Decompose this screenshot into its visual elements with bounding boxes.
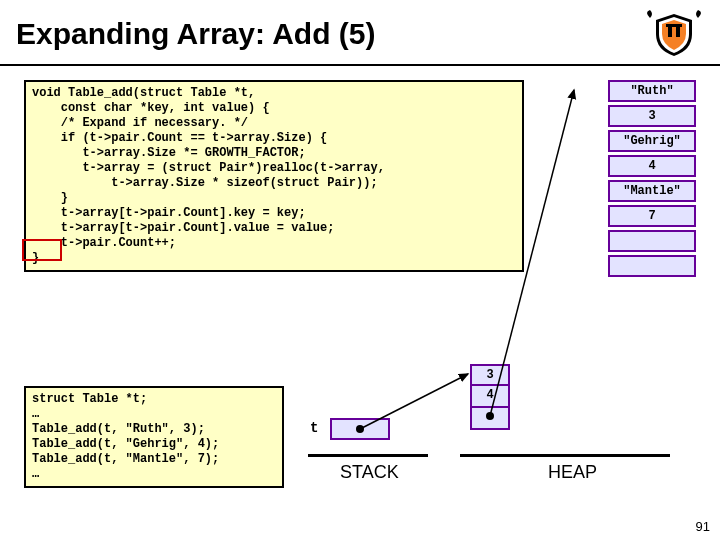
dot-icon bbox=[486, 412, 494, 420]
array-cell: 4 bbox=[608, 155, 696, 177]
heap-label: HEAP bbox=[548, 462, 597, 483]
array-cell: "Gehrig" bbox=[608, 130, 696, 152]
array-cell: "Mantle" bbox=[608, 180, 696, 202]
svg-rect-0 bbox=[668, 27, 672, 37]
struct-cell: 3 bbox=[470, 364, 510, 386]
title-bar: Expanding Array: Add (5) bbox=[0, 0, 720, 66]
svg-rect-2 bbox=[666, 24, 682, 27]
array-cell: "Ruth" bbox=[608, 80, 696, 102]
code-block-main: void Table_add(struct Table *t, const ch… bbox=[24, 80, 524, 272]
slide-title: Expanding Array: Add (5) bbox=[16, 17, 375, 51]
divider bbox=[308, 454, 428, 457]
slide: Expanding Array: Add (5) void Table_add(… bbox=[0, 0, 720, 540]
code-block-calls: struct Table *t; … Table_add(t, "Ruth", … bbox=[24, 386, 284, 488]
array-cell bbox=[608, 255, 696, 277]
variable-t-label: t bbox=[310, 420, 318, 436]
page-number: 91 bbox=[696, 519, 710, 534]
divider bbox=[460, 454, 670, 457]
struct-cell: 4 bbox=[470, 386, 510, 408]
array-cell: 3 bbox=[608, 105, 696, 127]
array-cell bbox=[608, 230, 696, 252]
array-cell: 7 bbox=[608, 205, 696, 227]
stack-label: STACK bbox=[340, 462, 399, 483]
dot-icon bbox=[356, 425, 364, 433]
princeton-logo-icon bbox=[644, 10, 704, 58]
content-area: void Table_add(struct Table *t, const ch… bbox=[0, 66, 720, 536]
array-cells: "Ruth" 3 "Gehrig" 4 "Mantle" 7 bbox=[608, 80, 696, 280]
heap-struct: 3 4 bbox=[470, 364, 510, 430]
svg-rect-1 bbox=[676, 27, 680, 37]
